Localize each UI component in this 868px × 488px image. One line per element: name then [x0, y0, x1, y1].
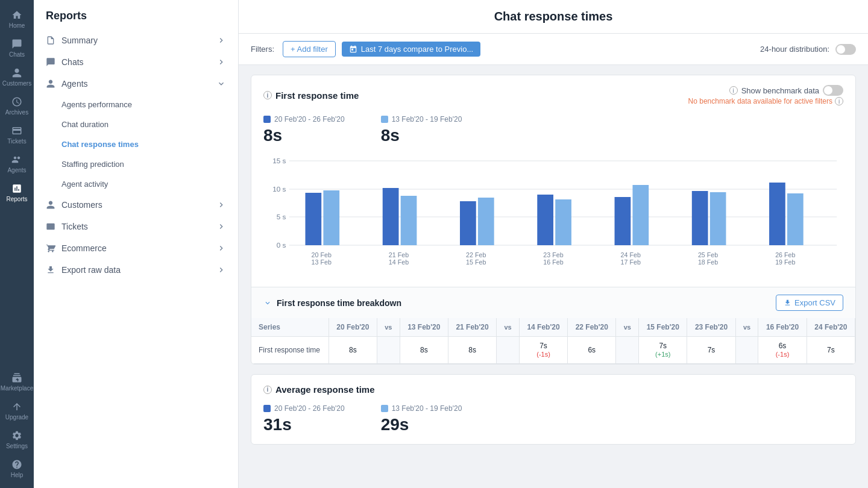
nav-archives[interactable]: Archives [0, 92, 34, 120]
date-filter-button[interactable]: Last 7 days compare to Previo... [342, 42, 480, 57]
col-22feb: 22 Feb'20 [568, 318, 616, 337]
bar [615, 197, 631, 245]
sidebar-sub-staffing-prediction[interactable]: Staffing prediction [34, 154, 238, 174]
export-csv-button[interactable]: Export CSV [776, 295, 843, 311]
col-16feb: 16 Feb'20 [758, 318, 807, 337]
svg-text:14 Feb: 14 Feb [389, 259, 409, 266]
distribution-label: 24-hour distribution: [760, 45, 829, 54]
sidebar-item-agents[interactable]: Agents [34, 73, 238, 95]
cell-24feb: 7s [807, 337, 855, 364]
nav-settings[interactable]: Settings [0, 425, 34, 454]
svg-text:18 Feb: 18 Feb [698, 259, 719, 266]
benchmark-area: i Show benchmark data No benchmark data … [688, 85, 843, 105]
table-row: First response time 8s 8s 8s 7s(-1s) 6s [251, 337, 855, 364]
calendar-icon [349, 45, 357, 54]
breakdown-header: First response time breakdown Export CSV [251, 287, 855, 318]
cell-22feb: 6s [568, 337, 616, 364]
nav-reports[interactable]: Reports [0, 178, 34, 207]
main-content: Chat response times Filters: + Add filte… [239, 0, 868, 488]
bar [692, 191, 708, 245]
chevron-down-icon [216, 79, 226, 89]
col-24feb: 24 Feb'20 [807, 318, 855, 337]
nav-upgrade[interactable]: Upgrade [0, 396, 34, 425]
svg-text:26 Feb: 26 Feb [775, 252, 796, 258]
sidebar-item-summary-label: Summary [61, 36, 98, 45]
content-area: i First response time i Show benchmark d… [239, 65, 868, 488]
sidebar-sub-chat-duration[interactable]: Chat duration [34, 114, 238, 134]
cell-vs4 [735, 337, 758, 364]
first-response-time-card: i First response time i Show benchmark d… [251, 75, 856, 364]
nav-chats-label: Chats [9, 51, 25, 58]
col-15feb: 15 Feb'20 [639, 318, 687, 337]
sidebar-title: Reports [34, 0, 238, 30]
svg-text:21 Feb: 21 Feb [389, 252, 409, 258]
sidebar-sub-agent-activity-label: Agent activity [61, 180, 108, 189]
col-23feb: 23 Feb'20 [687, 318, 735, 337]
sidebar-item-customers[interactable]: Customers [34, 194, 238, 216]
sidebar-item-ecommerce[interactable]: Ecommerce [34, 237, 238, 259]
benchmark-toggle[interactable] [823, 85, 843, 96]
bar [632, 185, 649, 245]
nav-agents[interactable]: Agents [0, 149, 34, 178]
avg-info-icon[interactable]: i [263, 386, 272, 394]
svg-text:17 Feb: 17 Feb [621, 259, 641, 266]
nav-home[interactable]: Home [0, 5, 34, 34]
add-filter-button[interactable]: + Add filter [283, 41, 336, 57]
avg-metric-period1-value: 31s [263, 415, 345, 434]
sidebar-item-chats[interactable]: Chats [34, 51, 238, 73]
sidebar-item-agents-label: Agents [61, 79, 88, 89]
cell-21feb: 8s [448, 337, 496, 364]
benchmark-info-icon[interactable]: i [729, 86, 738, 95]
sidebar-item-tickets[interactable]: Tickets [34, 216, 238, 237]
sidebar-sub-agents-performance[interactable]: Agents performance [34, 95, 238, 114]
col-13feb: 13 Feb'20 [400, 318, 448, 337]
nav-agents-label: Agents [7, 167, 26, 174]
svg-text:0 s: 0 s [277, 242, 286, 249]
nav-customers[interactable]: Customers [0, 63, 34, 92]
info-icon[interactable]: i [263, 91, 272, 99]
sidebar-item-ecommerce-label: Ecommerce [61, 243, 107, 253]
cell-series: First response time [251, 337, 329, 364]
cell-15feb: 7s(+1s) [639, 337, 687, 364]
breakdown-title-btn[interactable]: First response time breakdown [263, 298, 401, 308]
svg-text:5 s: 5 s [277, 213, 286, 221]
legend-dot-period2 [381, 116, 388, 123]
sidebar-sub-chat-duration-label: Chat duration [61, 120, 108, 129]
nav-help[interactable]: Help [0, 454, 34, 483]
cell-20feb: 8s [329, 337, 377, 364]
nav-settings-label: Settings [6, 443, 28, 449]
nav-tickets[interactable]: Tickets [0, 120, 34, 149]
download-icon [784, 299, 791, 307]
nav-tickets-label: Tickets [7, 138, 26, 145]
benchmark-label: i Show benchmark data [729, 85, 843, 96]
nav-help-label: Help [11, 472, 24, 478]
avg-metric-period1-legend: 20 Feb'20 - 26 Feb'20 [263, 404, 345, 413]
icon-nav: Home Chats Customers Archives Tickets Ag… [0, 0, 34, 488]
chevron-right-icon [216, 57, 226, 67]
breakdown-table-container: Series 20 Feb'20 vs 13 Feb'20 21 Feb'20 … [251, 318, 855, 364]
distribution-toggle[interactable] [835, 44, 856, 55]
col-20feb: 20 Feb'20 [329, 318, 377, 337]
sidebar-item-export-label: Export raw data [61, 265, 121, 275]
bar [323, 190, 339, 245]
bar [478, 198, 494, 245]
sidebar-item-chats-label: Chats [61, 57, 84, 67]
metric-period1-value: 8s [263, 126, 345, 145]
col-21feb: 21 Feb'20 [448, 318, 496, 337]
page-title: Chat response times [239, 0, 868, 34]
nav-marketplace[interactable]: Marketplace [0, 368, 34, 396]
bar [555, 199, 571, 245]
export-csv-label: Export CSV [794, 298, 835, 307]
nav-chats[interactable]: Chats [0, 34, 34, 63]
nav-marketplace-label: Marketplace [1, 385, 33, 392]
nav-customers-label: Customers [2, 80, 31, 87]
chart-svg: 15 s 10 s 5 s 0 s 20 Feb 13 Feb 21 Feb 1… [263, 155, 843, 275]
sidebar-item-summary[interactable]: Summary [34, 30, 238, 51]
benchmark-note-icon[interactable]: i [835, 97, 843, 105]
sidebar-item-export[interactable]: Export raw data [34, 259, 238, 281]
bar [787, 193, 804, 245]
legend-dot-period1 [263, 116, 271, 123]
sidebar-sub-agent-activity[interactable]: Agent activity [34, 174, 238, 194]
svg-text:23 Feb: 23 Feb [543, 252, 564, 258]
sidebar-sub-chat-response-times[interactable]: Chat response times [34, 134, 238, 154]
